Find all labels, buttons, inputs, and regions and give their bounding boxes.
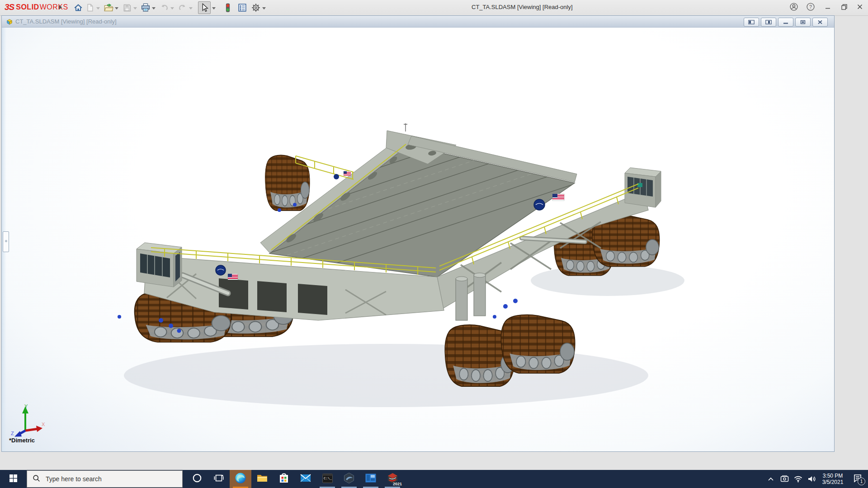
close-doc-button[interactable] [812, 18, 828, 27]
solidworks-year-badge: 2021 [393, 482, 402, 486]
options-dropdown-icon[interactable] [262, 7, 266, 11]
open-folder-icon [104, 3, 113, 13]
search-input[interactable] [45, 475, 169, 483]
search-icon [33, 474, 40, 484]
taskbar-edrawings[interactable] [338, 470, 360, 488]
redo-dropdown-icon[interactable] [189, 7, 193, 11]
close-icon [857, 4, 863, 12]
axis-z-label: Z [11, 431, 14, 436]
nasa-roundel [534, 199, 545, 210]
help-button[interactable]: ? [804, 0, 817, 15]
taskbar-store[interactable] [273, 470, 295, 488]
toolbar-flyout-arrow-icon[interactable] [59, 5, 62, 9]
axis-x-label: X [42, 422, 45, 427]
taskbar-clock[interactable]: 3:50 PM 3/5/2021 [818, 473, 847, 485]
task-view-button[interactable] [208, 470, 230, 488]
app-titlebar: 3S SOLIDWORKS [0, 0, 868, 16]
select-dropdown-icon[interactable] [212, 7, 216, 11]
close-button[interactable] [853, 0, 867, 15]
taskbar-media-app[interactable] [360, 470, 382, 488]
clock-time: 3:50 PM [818, 473, 847, 479]
cortana-icon [192, 473, 202, 485]
user-account-icon [789, 2, 798, 13]
undo-button[interactable] [158, 2, 170, 14]
traffic-light-icon [223, 3, 232, 13]
document-window-buttons [744, 18, 828, 27]
task-view-icon [214, 474, 224, 484]
undo-dropdown-icon[interactable] [170, 7, 174, 11]
action-center-button[interactable]: 1 [847, 470, 868, 488]
open-dropdown-icon[interactable] [115, 7, 118, 11]
axis-y-label: Y [24, 404, 28, 409]
system-tray: 3:50 PM 3/5/2021 1 [764, 470, 868, 488]
view-orientation-label: *Dimetric [9, 437, 35, 444]
select-tool-button[interactable] [198, 1, 211, 14]
taskbar-file-explorer[interactable] [251, 470, 273, 488]
open-button[interactable] [103, 2, 114, 14]
track-rear-west[interactable] [265, 155, 310, 210]
model-canvas[interactable] [2, 28, 834, 451]
app-window-title: CT_TA.SLDASM [Viewing] [Read-only] [472, 4, 573, 10]
edrawings-hexagon-icon [343, 472, 355, 486]
home-button[interactable] [72, 2, 84, 14]
taskbar-mail[interactable] [295, 470, 316, 488]
track-south-right[interactable] [501, 315, 575, 373]
mail-icon [300, 473, 311, 485]
file-properties-button[interactable] [236, 2, 248, 14]
restore-button[interactable] [837, 0, 851, 15]
wifi-icon[interactable] [791, 470, 805, 488]
file-explorer-icon [256, 473, 268, 485]
pane-right-button[interactable] [761, 18, 776, 27]
orientation-triad: Y X Z [7, 403, 45, 438]
rebuild-button[interactable] [222, 2, 234, 14]
graphics-viewport[interactable]: Y X Z *Dimetric [2, 28, 834, 451]
windows-taskbar: C:\_ 2021 3:50 PM 3/5/2021 1 [0, 470, 868, 488]
featuremanager-collapsed-tab[interactable] [3, 231, 9, 252]
save-icon [123, 3, 132, 12]
restore-doc-button[interactable] [795, 18, 811, 27]
document-title: CT_TA.SLDASM [Viewing] [Read-only] [15, 18, 117, 25]
taskbar-solidworks[interactable]: 2021 [382, 470, 403, 488]
assembly-icon [5, 18, 14, 28]
taskbar-search[interactable] [27, 470, 183, 488]
account-button[interactable] [787, 0, 801, 15]
minimize-button[interactable] [821, 0, 835, 15]
us-flag-left [228, 274, 238, 280]
new-document-icon [85, 3, 94, 12]
meet-now-icon[interactable] [778, 470, 791, 488]
taskbar-edge[interactable] [230, 470, 251, 488]
document-titlebar[interactable]: CT_TA.SLDASM [Viewing] [Read-only] [2, 16, 834, 28]
new-dropdown-icon[interactable] [96, 7, 100, 11]
options-button[interactable] [250, 2, 262, 14]
document-window: CT_TA.SLDASM [Viewing] [Read-only] [1, 15, 835, 452]
store-icon [278, 472, 289, 486]
print-icon [141, 3, 151, 13]
notification-badge: 1 [858, 478, 865, 485]
gear-icon [251, 3, 261, 13]
save-dropdown-icon[interactable] [133, 7, 137, 11]
redo-icon [178, 3, 188, 13]
file-properties-icon [237, 3, 247, 13]
new-document-button[interactable] [84, 2, 96, 14]
cortana-button[interactable] [186, 470, 208, 488]
redo-button[interactable] [177, 2, 189, 14]
nasa-roundel-left [216, 265, 226, 275]
save-button[interactable] [121, 2, 133, 14]
home-icon [73, 3, 83, 13]
svg-text:C:\_: C:\_ [324, 476, 332, 480]
taskbar-command-prompt[interactable]: C:\_ [316, 470, 338, 488]
tray-expand-button[interactable] [764, 470, 778, 488]
solidworks-logo: 3S SOLIDWORKS [5, 2, 68, 12]
solidworks-logo-mark: 3S [5, 2, 14, 12]
svg-text:?: ? [809, 4, 812, 9]
command-prompt-icon: C:\_ [322, 473, 333, 486]
minimize-doc-button[interactable] [778, 18, 793, 27]
print-button[interactable] [140, 2, 151, 14]
minimize-icon [825, 4, 831, 12]
clock-date: 3/5/2021 [818, 479, 847, 485]
start-button[interactable] [0, 470, 27, 488]
print-dropdown-icon[interactable] [152, 7, 156, 11]
volume-icon[interactable] [805, 470, 818, 488]
pane-left-button[interactable] [744, 18, 759, 27]
quick-access-toolbar [72, 1, 269, 14]
